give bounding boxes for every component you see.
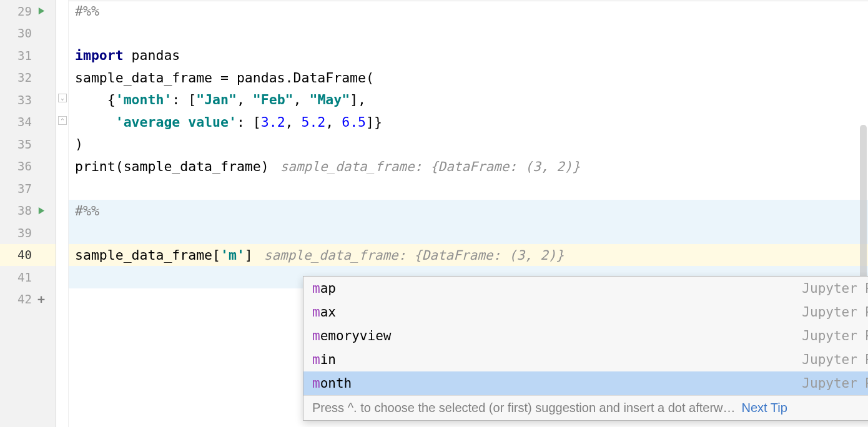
line-number: 42 bbox=[11, 292, 32, 306]
gutter-row[interactable]: 29 bbox=[0, 0, 56, 22]
line-number: 31 bbox=[11, 49, 32, 62]
add-cell-icon[interactable]: + bbox=[32, 292, 51, 307]
completion-source: Jupyter Runtime bbox=[802, 305, 868, 320]
run-cell-icon[interactable] bbox=[32, 206, 51, 215]
line-number: 33 bbox=[11, 93, 32, 107]
next-tip-link[interactable]: Next Tip bbox=[742, 401, 787, 415]
inlay-hint: sample_data_frame: {DataFrame: (3, 2)} bbox=[280, 159, 580, 174]
line-number: 39 bbox=[11, 226, 32, 240]
gutter-row[interactable]: 36 bbox=[0, 155, 56, 178]
gutter-row[interactable]: 42 + bbox=[0, 288, 56, 311]
code-line[interactable]: import pandas bbox=[69, 44, 868, 67]
code-line[interactable]: 'average value': [3.2, 5.2, 6.5]} bbox=[69, 111, 868, 134]
gutter-row[interactable]: 32 bbox=[0, 67, 56, 89]
code-line[interactable]: #%% bbox=[69, 0, 868, 22]
code-line[interactable] bbox=[69, 177, 868, 200]
fold-handle-icon[interactable]: ⌃ bbox=[58, 116, 67, 125]
inlay-hint: sample_data_frame: {DataFrame: (3, 2)} bbox=[264, 248, 564, 263]
completion-item[interactable]: max Jupyter Runtime bbox=[303, 300, 868, 324]
vertical-scrollbar[interactable] bbox=[860, 125, 867, 287]
completion-item[interactable]: memoryview Jupyter Runtime bbox=[303, 324, 868, 348]
line-number: 34 bbox=[11, 115, 32, 129]
line-number: 40 bbox=[11, 248, 32, 262]
fold-column: ⌄ ⌃ bbox=[56, 0, 69, 427]
completion-item[interactable]: min Jupyter Runtime bbox=[303, 348, 868, 371]
completion-item[interactable]: map Jupyter Runtime bbox=[303, 277, 868, 300]
gutter-row[interactable]: 31 bbox=[0, 44, 56, 67]
code-line[interactable]: sample_data_frame['m']sample_data_frame:… bbox=[69, 244, 868, 267]
gutter-row[interactable]: 34 bbox=[0, 111, 56, 134]
code-editor: 29 30 31 32 33 34 35 36 37 38 39 40 41 4… bbox=[0, 0, 868, 427]
code-line[interactable]: print(sample_data_frame)sample_data_fram… bbox=[69, 155, 868, 178]
completion-source: Jupyter Runtime bbox=[802, 352, 868, 367]
line-number: 36 bbox=[11, 159, 32, 173]
svg-marker-1 bbox=[38, 207, 44, 214]
line-number: 35 bbox=[11, 137, 32, 151]
run-cell-icon[interactable] bbox=[32, 6, 51, 16]
line-number: 30 bbox=[11, 26, 32, 40]
line-number: 29 bbox=[11, 4, 32, 18]
gutter-row[interactable]: 33 bbox=[0, 89, 56, 111]
completion-source: Jupyter Runtime bbox=[802, 328, 868, 343]
code-line[interactable]: #%% bbox=[69, 200, 868, 222]
svg-marker-0 bbox=[38, 7, 44, 14]
completion-hint-bar: Press ^. to choose the selected (or firs… bbox=[303, 395, 868, 420]
code-area[interactable]: #%% import pandas sample_data_frame = pa… bbox=[69, 0, 868, 427]
gutter-row[interactable]: 37 bbox=[0, 177, 56, 200]
completion-popup: map Jupyter Runtime max Jupyter Runtime … bbox=[303, 276, 868, 421]
completion-source: Jupyter Runtime bbox=[802, 281, 868, 296]
line-number: 38 bbox=[11, 204, 32, 217]
gutter-row[interactable]: 38 bbox=[0, 200, 56, 222]
gutter-row[interactable]: 35 bbox=[0, 133, 56, 155]
line-number: 37 bbox=[11, 182, 32, 195]
gutter-row[interactable]: 41 bbox=[0, 266, 56, 288]
code-line[interactable] bbox=[69, 222, 868, 244]
line-number: 32 bbox=[11, 71, 32, 84]
completion-item[interactable]: month Jupyter Runtime bbox=[303, 371, 868, 395]
code-line[interactable]: ) bbox=[69, 133, 868, 155]
gutter: 29 30 31 32 33 34 35 36 37 38 39 40 41 4… bbox=[0, 0, 56, 427]
line-number: 41 bbox=[11, 270, 32, 284]
hint-text: Press ^. to choose the selected (or firs… bbox=[312, 401, 736, 415]
completion-source: Jupyter Runtime bbox=[802, 376, 868, 391]
gutter-row[interactable]: 39 bbox=[0, 222, 56, 244]
code-line[interactable] bbox=[69, 22, 868, 45]
code-line[interactable]: sample_data_frame = pandas.DataFrame( bbox=[69, 67, 868, 89]
gutter-row[interactable]: 40 bbox=[0, 244, 56, 267]
gutter-row[interactable]: 30 bbox=[0, 22, 56, 45]
fold-handle-icon[interactable]: ⌄ bbox=[58, 94, 67, 102]
code-line[interactable]: {'month': ["Jan", "Feb", "May"], bbox=[69, 89, 868, 111]
